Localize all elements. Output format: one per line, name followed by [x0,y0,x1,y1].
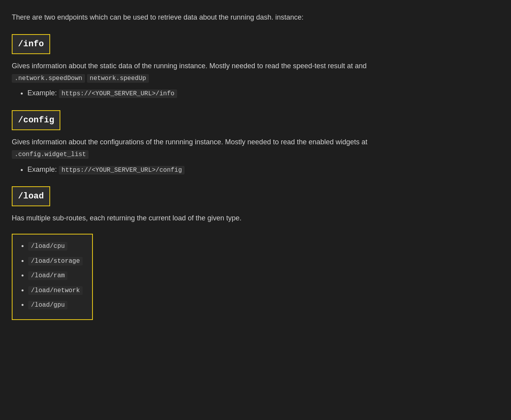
config-example-list: Example: https://<YOUR_SERVER_URL>/confi… [12,164,499,176]
load-gpu-code: /load/gpu [28,301,67,309]
info-code-speedup: network.speedUp [87,74,149,83]
info-description: Gives information about the static data … [12,60,499,84]
config-description: Gives information about the configuratio… [12,136,499,160]
load-section: /load Has multiple sub-routes, each retu… [12,186,499,320]
list-item: /load/cpu [28,240,83,252]
config-heading: /config [12,110,60,130]
list-item: /load/network [28,284,83,296]
load-description: Has multiple sub-routes, each returning … [12,213,499,224]
config-code-widget-list: .config.widget_list [12,150,89,159]
info-section: /info Gives information about the static… [12,34,499,99]
list-item: /load/gpu [28,299,83,311]
info-desc-text: Gives information about the static data … [12,62,367,70]
intro-text: There are two endpoints which can be use… [12,12,499,23]
config-example-item: Example: https://<YOUR_SERVER_URL>/confi… [27,164,499,176]
info-code-speeddown: .network.speedDown [12,74,85,83]
load-ram-code: /load/ram [28,271,67,280]
load-cpu-code: /load/cpu [28,242,67,251]
config-desc-text: Gives information about the configuratio… [12,138,368,146]
load-sub-routes-box: /load/cpu /load/storage /load/ram /load/… [12,234,93,320]
info-example-code: https://<YOUR_SERVER_URL>/info [59,89,177,98]
info-example-list: Example: https://<YOUR_SERVER_URL>/info [12,87,499,99]
load-sub-routes-list: /load/cpu /load/storage /load/ram /load/… [19,240,83,311]
load-heading: /load [12,186,50,206]
load-storage-code: /load/storage [28,257,83,265]
config-example-code: https://<YOUR_SERVER_URL>/config [59,166,185,175]
info-example-label: Example: [27,89,57,97]
info-example-item: Example: https://<YOUR_SERVER_URL>/info [27,87,499,99]
config-section: /config Gives information about the conf… [12,110,499,175]
list-item: /load/ram [28,269,83,281]
info-heading: /info [12,34,50,54]
load-network-code: /load/network [28,286,83,295]
list-item: /load/storage [28,255,83,267]
config-example-label: Example: [27,165,57,173]
